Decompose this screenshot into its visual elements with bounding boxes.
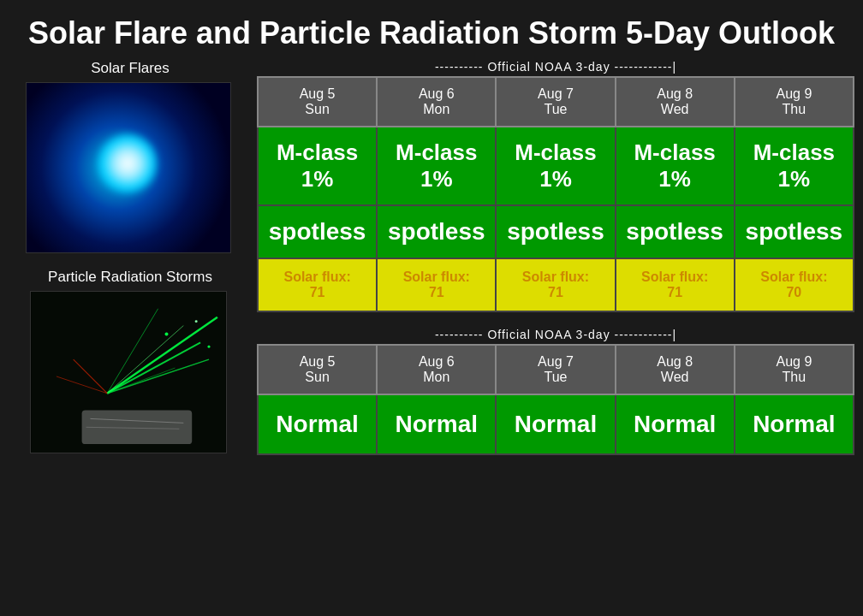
solar-col-aug5: Aug 5Sun bbox=[258, 77, 377, 127]
flux-cell-3: Solar flux:71 bbox=[616, 258, 735, 311]
spotless-cell-4: spotless bbox=[735, 205, 854, 258]
solar-flares-label: Solar Flares bbox=[9, 60, 248, 77]
spotless-row: spotless spotless spotless spotless spot… bbox=[258, 205, 854, 258]
solar-table-section: ---------- Official NOAA 3-day ---------… bbox=[257, 60, 854, 312]
particle-col-aug5: Aug 5Sun bbox=[258, 345, 377, 394]
particle-col-aug9: Aug 9Thu bbox=[735, 345, 854, 394]
normal-cell-4: Normal bbox=[735, 394, 854, 454]
normal-cell-3: Normal bbox=[616, 394, 735, 454]
flux-cell-0: Solar flux:71 bbox=[258, 258, 377, 311]
mclass-cell-1: M-class1% bbox=[377, 127, 496, 205]
solar-header-row: Aug 5Sun Aug 6Mon Aug 7Tue Aug 8Wed Aug … bbox=[258, 77, 854, 127]
flux-row: Solar flux:71 Solar flux:71 Solar flux:7… bbox=[258, 258, 854, 311]
flux-cell-1: Solar flux:71 bbox=[377, 258, 496, 311]
particle-noaa-label: ---------- Official NOAA 3-day ---------… bbox=[257, 328, 854, 341]
normal-cell-2: Normal bbox=[496, 394, 615, 454]
mclass-cell-0: M-class1% bbox=[258, 127, 377, 205]
particle-col-aug7: Aug 7Tue bbox=[496, 345, 615, 394]
normal-cell-0: Normal bbox=[258, 394, 377, 454]
svg-point-8 bbox=[195, 320, 198, 323]
solar-col-aug8: Aug 8Wed bbox=[616, 77, 735, 127]
flux-cell-2: Solar flux:71 bbox=[496, 258, 615, 311]
solar-col-aug7: Aug 7Tue bbox=[496, 77, 615, 127]
particle-forecast-table: Aug 5Sun Aug 6Mon Aug 7Tue Aug 8Wed Aug … bbox=[257, 344, 854, 455]
mclass-cell-2: M-class1% bbox=[496, 127, 615, 205]
spotless-cell-2: spotless bbox=[496, 205, 615, 258]
solar-col-aug9: Aug 9Thu bbox=[735, 77, 854, 127]
particle-storms-label: Particle Radiation Storms bbox=[9, 269, 248, 286]
mclass-row: M-class1% M-class1% M-class1% M-class1% … bbox=[258, 127, 854, 205]
particle-table-section: ---------- Official NOAA 3-day ---------… bbox=[257, 328, 854, 455]
particle-header-row: Aug 5Sun Aug 6Mon Aug 7Tue Aug 8Wed Aug … bbox=[258, 345, 854, 394]
particle-col-aug8: Aug 8Wed bbox=[616, 345, 735, 394]
flux-cell-4: Solar flux:70 bbox=[735, 258, 854, 311]
particle-col-aug6: Aug 6Mon bbox=[377, 345, 496, 394]
spotless-cell-1: spotless bbox=[377, 205, 496, 258]
svg-point-7 bbox=[165, 332, 169, 335]
solar-image bbox=[26, 82, 231, 253]
normal-row: Normal Normal Normal Normal Normal bbox=[258, 394, 854, 454]
solar-col-aug6: Aug 6Mon bbox=[377, 77, 496, 127]
spotless-cell-0: spotless bbox=[258, 205, 377, 258]
svg-point-9 bbox=[208, 346, 211, 348]
mclass-cell-4: M-class1% bbox=[735, 127, 854, 205]
solar-forecast-table: Aug 5Sun Aug 6Mon Aug 7Tue Aug 8Wed Aug … bbox=[257, 76, 854, 312]
mclass-cell-3: M-class1% bbox=[616, 127, 735, 205]
spotless-cell-3: spotless bbox=[616, 205, 735, 258]
solar-noaa-label: ---------- Official NOAA 3-day ---------… bbox=[257, 60, 854, 74]
particle-image bbox=[30, 291, 227, 453]
main-title: Solar Flare and Particle Radiation Storm… bbox=[0, 0, 863, 60]
normal-cell-1: Normal bbox=[377, 394, 496, 454]
